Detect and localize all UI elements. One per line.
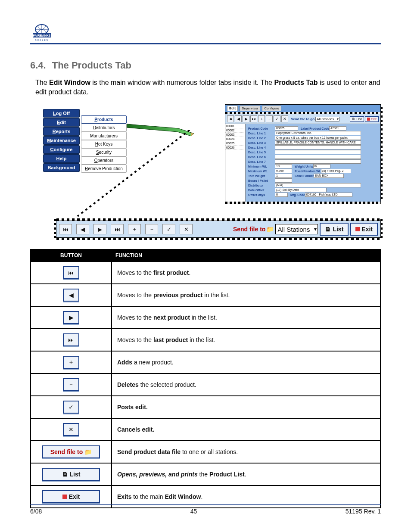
form-field-label: Label Format <box>295 174 314 177</box>
form-field-value[interactable]: EAN BOX <box>314 174 344 178</box>
table-button-cell: ✕ <box>31 418 112 441</box>
table-row: －Deletes the selected product. <box>31 373 380 396</box>
product-code-item[interactable]: 00024 <box>225 137 245 141</box>
table-button-cell: ＋ <box>31 351 112 373</box>
table-demo-button[interactable]: ＋ <box>63 356 79 369</box>
table-header-button: BUTTON <box>31 249 112 261</box>
table-function-cell: Send product data file to one or all sta… <box>112 441 380 463</box>
form-field-value[interactable]: lb <box>313 164 330 168</box>
dashed-edge <box>380 219 383 240</box>
table-demo-button[interactable]: ▶ <box>63 311 79 324</box>
mini-nav-button[interactable]: ◀ <box>235 115 242 122</box>
exit-icon <box>355 227 360 231</box>
mini-nav-button[interactable]: ＋ <box>258 115 265 122</box>
form-field-label: Maximum Wt. <box>248 170 275 173</box>
form-field-value[interactable]: 1 <box>275 174 292 178</box>
form-field-value[interactable] <box>275 178 292 183</box>
table-demo-button[interactable]: ⏮ <box>63 266 79 279</box>
table-demo-button[interactable]: ◀ <box>63 289 79 302</box>
product-code-item[interactable]: 00002 <box>225 128 245 133</box>
big-exit-button[interactable]: Exit <box>350 223 378 236</box>
form-field-value[interactable] <box>275 155 361 159</box>
table-function-cell: Moves to the last product in the list. <box>112 329 380 351</box>
dashed-edge <box>54 219 56 240</box>
printer-icon: 🗎 <box>62 471 68 478</box>
product-code-list[interactable]: 000010000200003000240002500026 <box>225 124 246 202</box>
toolbar-nav-button[interactable]: － <box>145 224 158 234</box>
form-field-value[interactable] <box>275 150 361 154</box>
form-field-value[interactable]: 9,999 <box>275 169 292 173</box>
mini-list-button[interactable]: 🗎 List <box>350 116 364 122</box>
form-field-value[interactable]: SPILLABLE, FRAGILE CONTENTS. HANDLE WITH… <box>275 140 361 145</box>
big-list-button[interactable]: 🗎List <box>320 223 349 236</box>
product-code-item[interactable]: 00001 <box>225 124 245 128</box>
footer-doc-rev: 51195 Rev. 1 <box>346 508 381 515</box>
product-window-toolbar: ⏮◀▶⏭＋－✓✕ Send file to go All Stations 🗎 … <box>225 114 380 124</box>
toolbar-nav-button[interactable]: ✓ <box>162 224 175 234</box>
mini-nav-button[interactable]: ⏮ <box>227 115 234 122</box>
big-station-combo[interactable]: All Stations <box>275 224 318 234</box>
form-field-label: Desc. Line 2 <box>248 137 275 140</box>
form-field-label: Product Code <box>248 127 275 130</box>
toolbar-nav-button[interactable]: ✕ <box>180 224 193 234</box>
form-field-value[interactable] <box>275 159 361 164</box>
table-button-cell: Send file to 📁 <box>31 441 112 463</box>
table-demo-button[interactable]: ✕ <box>63 423 79 436</box>
table-demo-button[interactable]: Exit <box>42 490 100 503</box>
folder-icon: 📁 <box>84 448 92 455</box>
svg-text:SCALES: SCALES <box>35 39 49 41</box>
toolbar-nav-button[interactable]: ◀ <box>76 224 89 234</box>
mini-nav-button[interactable]: － <box>266 115 273 122</box>
product-code-item[interactable]: 00025 <box>225 141 245 146</box>
mini-nav-button[interactable]: ✕ <box>281 115 288 122</box>
main-menu-item[interactable]: Log Off <box>43 109 80 118</box>
product-code-item[interactable]: 00026 <box>225 146 245 150</box>
toolbar-nav-button[interactable]: ▶ <box>93 224 106 234</box>
form-field-value[interactable]: (N/A) <box>275 183 361 187</box>
toolbar-nav-button[interactable]: ＋ <box>128 224 141 234</box>
form-field-value[interactable]: (17) Sell By Date <box>275 188 327 192</box>
product-tab[interactable]: Edit <box>227 106 238 111</box>
table-demo-button[interactable]: ✓ <box>63 401 79 414</box>
form-field-value[interactable]: Happyface Cosmetics, Inc. <box>275 131 361 135</box>
form-field-label: Desc. Line 3 <box>248 141 275 144</box>
section-number: 6.4. <box>30 60 46 71</box>
sub-menu-item[interactable]: Products <box>81 115 127 124</box>
section-heading: 6.4. The Products Tab <box>30 60 381 71</box>
main-menu-item[interactable]: Edit <box>43 118 80 127</box>
big-send-label[interactable]: Send file to 📁 <box>233 226 274 233</box>
mini-nav-button[interactable]: ▶ <box>243 115 249 122</box>
mini-nav-button[interactable]: ⏭ <box>250 115 257 122</box>
mini-station-combo[interactable]: All Stations <box>315 117 339 121</box>
form-field-value[interactable]: 10 <box>275 164 292 168</box>
product-tab[interactable]: Configure <box>262 106 281 111</box>
mini-nav-button[interactable]: ✓ <box>274 115 280 122</box>
table-demo-button[interactable]: ⏭ <box>63 333 79 346</box>
table-demo-button[interactable]: － <box>63 378 79 391</box>
table-row: ◀Moves to the previous product in the li… <box>31 284 380 306</box>
table-function-cell: Deletes the selected product. <box>112 373 380 396</box>
form-field-value[interactable]: One gross x 8 oz. tubes per box x 12 box… <box>275 136 361 140</box>
form-field-label: Minimum Wt. <box>248 165 275 168</box>
table-function-cell: Posts edit. <box>112 396 380 418</box>
product-code-item[interactable]: 00003 <box>225 133 245 137</box>
button-function-table: BUTTON FUNCTION ⏮Moves to the first prod… <box>30 249 381 508</box>
form-field-value[interactable]: 00025 <box>275 126 298 131</box>
toolbar-nav-button[interactable]: ⏮ <box>59 224 72 234</box>
form-field-value[interactable]: 47361 <box>329 126 346 131</box>
footer-date: 6/08 <box>30 508 42 515</box>
form-field-value[interactable]: (0) Fixed Pkg. 2 <box>321 169 351 173</box>
toolbar-nav-button[interactable]: ⏭ <box>111 224 124 234</box>
mini-exit-button[interactable]: Exit <box>365 116 379 122</box>
table-row: 🗎ListOpens, previews, and prints the Pro… <box>31 463 380 485</box>
table-row: Send file to 📁Send product data file to … <box>31 441 380 463</box>
form-field-value[interactable]: 0 <box>275 193 288 197</box>
form-field-value[interactable]: 057160 - Fishface, LTD <box>305 193 352 197</box>
product-tab[interactable]: Supervisor <box>240 106 260 111</box>
table-demo-button[interactable]: 🗎List <box>42 468 100 481</box>
table-demo-button[interactable]: Send file to 📁 <box>42 445 100 458</box>
dashed-edge <box>225 202 380 204</box>
toolbar-enlarged: ⏮◀▶⏭＋－✓✕ Send file to 📁 All Stations 🗎Li… <box>56 221 381 238</box>
form-field-value[interactable] <box>275 145 361 149</box>
table-row: ✕Cancels edit. <box>31 418 380 441</box>
